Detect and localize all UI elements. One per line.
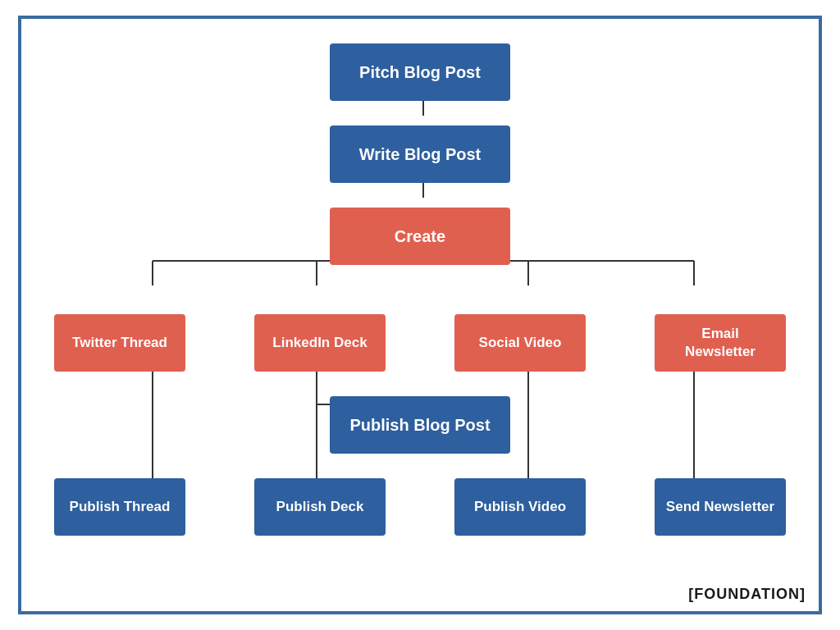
diagram-container: Pitch Blog Post Write Blog Post Create T…	[18, 16, 822, 614]
linkedin-label: LinkedIn Deck	[272, 334, 367, 352]
create-node: Create	[330, 208, 510, 265]
send-newsletter-label: Send Newsletter	[666, 498, 774, 516]
row-level2: Twitter Thread LinkedIn Deck Social Vide…	[30, 314, 810, 372]
row-pitch: Pitch Blog Post	[30, 43, 810, 101]
send-newsletter-node: Send Newsletter	[655, 478, 786, 536]
row-write: Write Blog Post	[30, 126, 810, 183]
write-node: Write Blog Post	[330, 126, 510, 183]
publish-thread-node: Publish Thread	[54, 478, 185, 536]
email-label: Email Newsletter	[664, 325, 776, 361]
row-publish-blog: Publish Blog Post	[30, 396, 810, 454]
foundation-badge: [FOUNDATION]	[688, 586, 806, 603]
publish-deck-label: Publish Deck	[276, 498, 364, 516]
publish-video-label: Publish Video	[474, 498, 566, 516]
pitch-label: Pitch Blog Post	[359, 62, 481, 83]
row-publish: Publish Thread Publish Deck Publish Vide…	[30, 478, 810, 536]
social-label: Social Video	[479, 334, 562, 352]
linkedin-node: LinkedIn Deck	[254, 314, 386, 372]
brand-name: [FOUNDATION]	[688, 586, 806, 602]
create-label: Create	[395, 226, 445, 247]
twitter-node: Twitter Thread	[54, 314, 185, 372]
twitter-label: Twitter Thread	[72, 334, 167, 352]
write-label: Write Blog Post	[359, 144, 482, 165]
publish-video-node: Publish Video	[454, 478, 586, 536]
row-create: Create	[30, 208, 810, 265]
social-node: Social Video	[454, 314, 586, 372]
publish-blog-label: Publish Blog Post	[349, 414, 490, 436]
publish-blog-node: Publish Blog Post	[330, 396, 510, 454]
email-node: Email Newsletter	[655, 314, 786, 372]
publish-thread-label: Publish Thread	[70, 498, 171, 516]
pitch-node: Pitch Blog Post	[330, 43, 510, 101]
publish-deck-node: Publish Deck	[254, 478, 386, 536]
